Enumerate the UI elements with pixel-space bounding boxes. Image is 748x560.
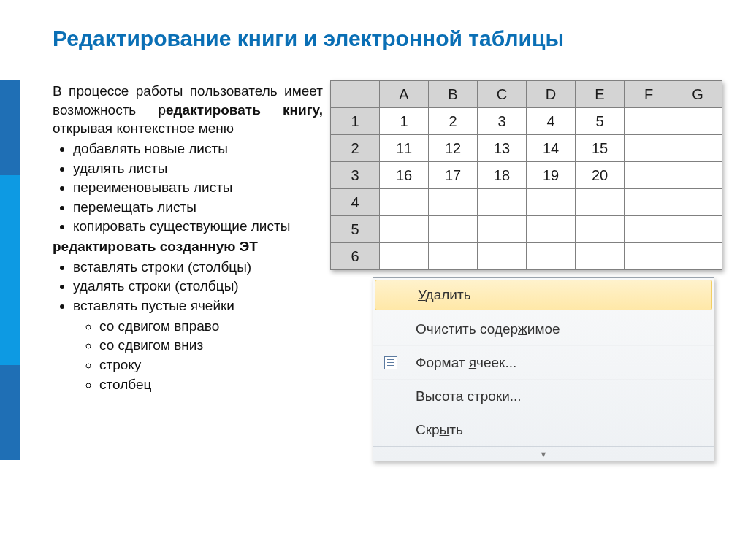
cell bbox=[478, 189, 527, 216]
context-menu-item-clear[interactable]: Очистить содержимое bbox=[373, 312, 714, 345]
col-header: F bbox=[625, 81, 673, 108]
cell bbox=[380, 216, 429, 243]
row-header: 4 bbox=[331, 189, 380, 216]
cell: 20 bbox=[576, 162, 625, 189]
cell bbox=[380, 189, 429, 216]
cell bbox=[673, 108, 722, 135]
col-header: E bbox=[576, 81, 625, 108]
list-item: удалять строки (столбцы) bbox=[73, 277, 323, 296]
context-menu-item-row-height[interactable]: Высота строки... bbox=[373, 379, 714, 413]
cell bbox=[576, 216, 625, 243]
cell bbox=[673, 216, 722, 243]
col-header: C bbox=[478, 81, 527, 108]
subheading: редактировать созданную ЭТ bbox=[53, 237, 323, 256]
context-menu-item-hide[interactable]: Скрыть bbox=[373, 413, 714, 446]
row-header: 2 bbox=[331, 135, 380, 162]
format-cells-icon bbox=[373, 346, 408, 379]
list-item: перемещать листы bbox=[73, 198, 323, 217]
cell: 11 bbox=[380, 135, 429, 162]
cell bbox=[673, 189, 722, 216]
cell bbox=[625, 135, 673, 162]
row-header: 5 bbox=[331, 216, 380, 243]
body-text: В процессе работы пользователь имеет воз… bbox=[53, 82, 323, 395]
col-header: B bbox=[429, 81, 478, 108]
row-header: 3 bbox=[331, 162, 380, 189]
cell bbox=[576, 189, 625, 216]
cell: 15 bbox=[576, 135, 625, 162]
list-item: строку bbox=[99, 356, 323, 375]
list-item: столбец bbox=[99, 375, 323, 394]
col-header: G bbox=[673, 81, 722, 108]
cell bbox=[478, 243, 527, 270]
list-item: добавлять новые листы bbox=[73, 139, 323, 158]
context-menu: Удалить Очистить содержимое Формат ячеек… bbox=[373, 277, 714, 461]
list-insert-options: со сдвигом вправо со сдвигом вниз строку… bbox=[99, 317, 323, 394]
list-item: переименовывать листы bbox=[73, 178, 323, 197]
cell: 3 bbox=[478, 108, 527, 135]
cell: 2 bbox=[429, 108, 478, 135]
cell: 13 bbox=[478, 135, 527, 162]
cell bbox=[429, 243, 478, 270]
cell: 16 bbox=[380, 162, 429, 189]
menu-item-icon bbox=[373, 380, 408, 413]
intro-post: открывая контекстное меню bbox=[53, 120, 234, 136]
cell bbox=[625, 216, 673, 243]
list-sheet-ops: вставлять строки (столбцы) удалять строк… bbox=[73, 258, 323, 394]
context-menu-more-icon[interactable]: ▼ bbox=[373, 446, 714, 461]
cell: 5 bbox=[576, 108, 625, 135]
list-item: копировать существующие листы bbox=[73, 217, 323, 236]
list-item: удалять листы bbox=[73, 159, 323, 178]
cell bbox=[673, 243, 722, 270]
cell bbox=[527, 189, 576, 216]
list-item: вставлять пустые ячейки bbox=[73, 296, 323, 315]
grid-corner bbox=[331, 81, 380, 108]
cell: 14 bbox=[527, 135, 576, 162]
col-header: A bbox=[380, 81, 429, 108]
cell bbox=[673, 135, 722, 162]
cell bbox=[429, 216, 478, 243]
cell bbox=[527, 216, 576, 243]
row-header: 1 bbox=[331, 108, 380, 135]
menu-item-icon bbox=[373, 413, 408, 446]
cell: 12 bbox=[429, 135, 478, 162]
cell bbox=[478, 216, 527, 243]
slide-accent-stripe bbox=[0, 80, 20, 460]
slide-title: Редактирование книги и электронной табли… bbox=[53, 26, 564, 51]
spreadsheet-grid: A B C D E F G 1 1 2 3 4 5 2 11 12 13 14 … bbox=[330, 80, 722, 270]
cell bbox=[673, 162, 722, 189]
cell: 4 bbox=[527, 108, 576, 135]
list-book-ops: добавлять новые листы удалять листы пере… bbox=[73, 139, 323, 236]
cell: 19 bbox=[527, 162, 576, 189]
context-menu-item-format-cells[interactable]: Формат ячеек... bbox=[373, 345, 714, 379]
cell bbox=[380, 243, 429, 270]
cell: 18 bbox=[478, 162, 527, 189]
intro-bold: едактировать книгу, bbox=[166, 102, 323, 118]
cell bbox=[429, 189, 478, 216]
cell: 17 bbox=[429, 162, 478, 189]
list-item: со сдвигом вниз bbox=[99, 336, 323, 355]
context-menu-item-delete[interactable]: Удалить bbox=[375, 280, 712, 310]
cell bbox=[625, 243, 673, 270]
cell: 1 bbox=[380, 108, 429, 135]
col-header: D bbox=[527, 81, 576, 108]
cell bbox=[625, 108, 673, 135]
row-header: 6 bbox=[331, 243, 380, 270]
list-item: со сдвигом вправо bbox=[99, 317, 323, 336]
cell bbox=[625, 189, 673, 216]
list-item: вставлять строки (столбцы) bbox=[73, 258, 323, 277]
menu-item-icon bbox=[373, 312, 408, 345]
cell bbox=[527, 243, 576, 270]
menu-item-icon bbox=[375, 280, 411, 310]
cell bbox=[576, 243, 625, 270]
cell bbox=[625, 162, 673, 189]
